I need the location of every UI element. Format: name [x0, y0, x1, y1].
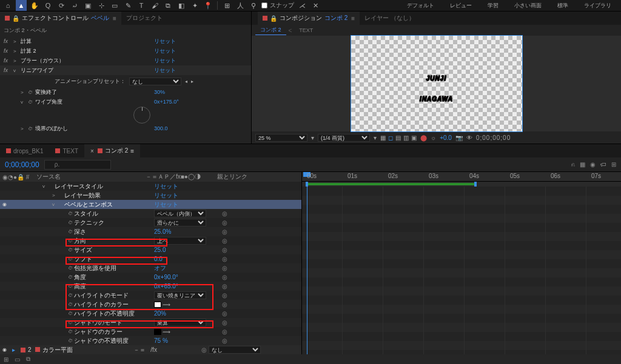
grid-icon[interactable]: ▦ — [380, 134, 386, 141]
exposure-value[interactable]: +0.0 — [440, 134, 452, 141]
region-icon[interactable]: ▣ — [411, 134, 417, 141]
misc-icon-2[interactable]: 人 — [235, 0, 246, 11]
tl-icon-2[interactable]: ▦ — [580, 161, 585, 168]
layer-prop-row[interactable]: ⏱ソフト0.0◎ — [0, 254, 301, 263]
hand-tool[interactable]: ✋ — [29, 0, 40, 11]
tab-text[interactable]: TEXT — [49, 144, 84, 157]
angle-dial[interactable] — [133, 107, 150, 124]
subtab-text[interactable]: TEXT — [294, 27, 318, 34]
rotate-tool[interactable]: ⤾ — [69, 0, 80, 11]
show-snapshot-icon[interactable]: 👁 — [466, 134, 472, 141]
tab-comp2[interactable]: ×コンポ 2≡ — [84, 144, 140, 157]
exposure-icon[interactable]: ☼ — [431, 134, 436, 141]
prop-select[interactable]: ベベル（内側） — [154, 210, 206, 217]
tl-icon-1[interactable]: ⎌ — [571, 161, 575, 168]
brush-tool[interactable]: 🖌 — [149, 0, 160, 11]
timeline-timecode[interactable]: 0;00;00;00 — [0, 160, 44, 169]
layer-prop-row[interactable]: >レイヤー効果リセット — [0, 191, 301, 200]
misc-icon-3[interactable]: ⚲ — [248, 0, 259, 11]
layer-prop-row[interactable]: ⏱ハイライトの不透明度20%◎ — [0, 309, 301, 318]
col-switches[interactable]: －＝ＡＰ／fx■●◯◑ — [146, 173, 217, 181]
anchor-tool[interactable]: ⊹ — [96, 0, 107, 11]
tab-effect-controls[interactable]: 🔒 エフェクトコントロール ベベル ≡ — [0, 12, 121, 25]
subtab-comp2[interactable]: コンポ 2 — [255, 25, 286, 35]
layer-prop-row[interactable]: ◉vベベルとエンボスリセット — [0, 200, 301, 209]
snap-opt-icon[interactable]: ⋌ — [297, 0, 307, 11]
ec-prop-row[interactable]: v⏱ワイプ角度0x+175.0° — [0, 97, 251, 107]
rect-tool[interactable]: ▭ — [109, 0, 120, 11]
layer-prop-row[interactable]: ⏱包括光源を使用オフ◎ — [0, 263, 301, 273]
tab-composition[interactable]: 🔒 コンポジション コンポ 2 ≡ — [258, 12, 360, 25]
layer-prop-row[interactable]: ⏱サイズ25.0◎ — [0, 245, 301, 254]
guides-icon[interactable]: ▤ — [395, 134, 401, 141]
tl-icon-3[interactable]: ◉ — [590, 161, 596, 168]
roto-tool[interactable]: ✦ — [189, 0, 200, 11]
toggle-modes-icon[interactable]: ▭ — [15, 356, 20, 363]
snap-toggle[interactable]: スナップ — [261, 1, 294, 10]
animation-preset-row[interactable]: アニメーションプリセット：なし◂ ▸ — [0, 75, 251, 87]
layer-row-color-solid[interactable]: ◉ ▸ 2 カラー平面 －＝ /fx ◎ なし — [0, 345, 301, 354]
time-ruler[interactable]: 00s01s02s03s04s05s06s07s08s — [302, 172, 621, 182]
chevron-down-icon[interactable]: ▾ — [374, 134, 377, 141]
selection-tool[interactable]: ▲ — [16, 0, 27, 11]
type-tool[interactable]: T — [136, 0, 147, 11]
tl-icon-4[interactable]: 🏷 — [600, 161, 606, 168]
clone-tool[interactable]: ⧉ — [163, 0, 173, 11]
frame-blend-icon[interactable]: ⧉ — [26, 356, 30, 363]
work-area-bar[interactable] — [302, 182, 621, 187]
layer-prop-row[interactable]: ⏱角度0x+90.0°◎ — [0, 273, 301, 282]
prop-select[interactable]: 上へ — [154, 237, 206, 245]
zoom-select[interactable]: 25 % — [255, 134, 307, 142]
ws-standard[interactable]: 標準 — [550, 1, 576, 11]
preview-timecode[interactable]: 0;00;00;00 — [476, 134, 511, 141]
col-av[interactable]: ◉◔●🔒 # — [0, 174, 36, 180]
layer-prop-row[interactable]: ⏱シャドウのモード乗算◎ — [0, 318, 301, 327]
orbit-tool[interactable]: ⟳ — [56, 0, 67, 11]
preset-nav[interactable]: ◂ ▸ — [185, 79, 195, 84]
ec-effect-row[interactable]: fx>ブラー（ガウス）リセット — [0, 56, 251, 65]
camera-tool[interactable]: ▣ — [82, 0, 93, 11]
quality-select[interactable]: (1/4 画質) — [318, 134, 370, 142]
snapshot-icon[interactable]: 📷 — [455, 134, 463, 141]
pen-tool[interactable]: ✎ — [123, 0, 133, 11]
col-source[interactable]: ソース名 — [36, 173, 146, 181]
misc-icon-1[interactable]: ⊞ — [221, 0, 232, 11]
layer-prop-row[interactable]: ⏱ハイライトのカラー⟿◎ — [0, 300, 301, 309]
mask-icon[interactable]: ◻ — [388, 134, 393, 141]
ec-prop-row[interactable]: >⏱変換終了30% — [0, 87, 251, 97]
panel-menu-icon[interactable]: ≡ — [113, 15, 116, 22]
zoom-tool[interactable]: Q — [42, 0, 53, 11]
color-mgmt-icon[interactable]: ⬤ — [420, 134, 427, 141]
layer-prop-row[interactable]: ⏱テクニック滑らかに◎ — [0, 218, 301, 227]
layer-prop-row[interactable]: ⏱高度0x+65.0°◎ — [0, 282, 301, 291]
prop-select[interactable]: 乗算 — [154, 319, 206, 326]
layer-prop-row[interactable]: vレイヤースタイルリセット — [0, 182, 301, 191]
preview-viewport[interactable]: JUNJI INAGAWA — [252, 36, 621, 131]
ec-effect-row[interactable]: fx>計算 2リセット — [0, 46, 251, 56]
toggle-switches-icon[interactable]: ⊞ — [4, 356, 8, 363]
prop-select[interactable]: 覆い焼きリニア — [154, 291, 206, 299]
layer-prop-row[interactable]: ⏱スタイルベベル（内側）◎ — [0, 209, 301, 218]
tab-project[interactable]: プロジェクト — [121, 12, 167, 25]
ws-learn[interactable]: 学習 — [480, 1, 506, 11]
timeline-tracks[interactable]: 00s01s02s03s04s05s06s07s08s — [302, 172, 621, 354]
ec-prop-row[interactable]: >⏱境界のぼかし300.0 — [0, 124, 251, 133]
layer-prop-row[interactable]: ⏱シャドウのカラー⟿◎ — [0, 327, 301, 336]
home-icon[interactable]: ⌂ — [2, 0, 13, 11]
layer-prop-row[interactable]: ⏱シャドウの不透明度75 %◎ — [0, 336, 301, 345]
parent-select[interactable]: なし — [209, 346, 261, 354]
layer-prop-row[interactable]: ⏱方向上へ◎ — [0, 236, 301, 245]
preset-select[interactable]: なし — [129, 78, 181, 85]
ws-small[interactable]: 小さい画面 — [507, 1, 549, 11]
tab-drops[interactable]: drops_BK1 — [0, 144, 49, 157]
layer-prop-row[interactable]: ⏱ハイライトのモード覆い焼きリニア◎ — [0, 291, 301, 300]
panel-menu-icon[interactable]: ≡ — [351, 15, 355, 22]
ec-effect-row[interactable]: fxvリニアワイプリセット — [0, 65, 251, 75]
timeline-search[interactable] — [44, 160, 111, 170]
prop-select[interactable]: 滑らかに — [154, 219, 206, 227]
channel-icon[interactable]: ▥ — [403, 134, 409, 141]
puppet-tool[interactable]: 📍 — [203, 0, 213, 11]
layer-prop-row[interactable]: ⏱深さ25.0%◎ — [0, 227, 301, 236]
ws-review[interactable]: レビュー — [443, 1, 479, 11]
chevron-down-icon[interactable]: ▾ — [311, 134, 314, 141]
